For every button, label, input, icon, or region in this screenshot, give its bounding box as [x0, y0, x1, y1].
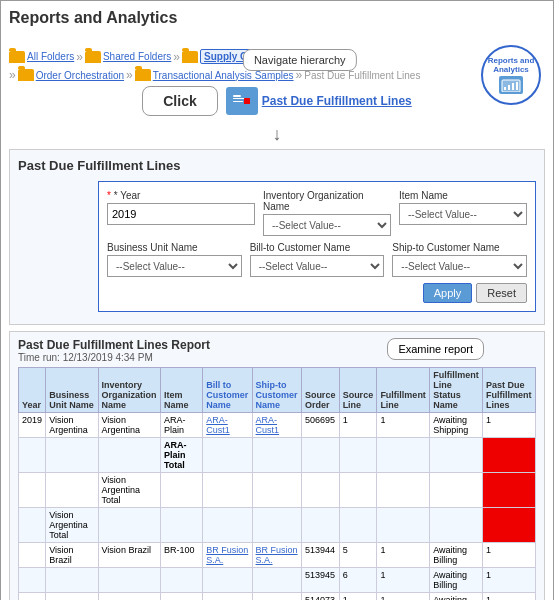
table-cell: ARA-Plain Total [160, 438, 202, 473]
table-cell [203, 568, 252, 593]
svg-rect-10 [244, 98, 250, 104]
table-cell: Vision Argentina [98, 413, 160, 438]
bc-order-orch-label[interactable]: Order Orchestration [36, 70, 124, 81]
table-cell [430, 473, 483, 508]
table-cell: Vision Argentina [46, 413, 98, 438]
table-cell [46, 438, 98, 473]
table-cell: Vision Argentina Total [46, 508, 98, 543]
svg-rect-9 [233, 101, 243, 102]
report-table: Year Business Unit Name Inventory Organi… [18, 367, 536, 600]
table-cell: 513944 [301, 543, 339, 568]
filter-inv-org: Inventory Organization Name --Select Val… [263, 190, 391, 236]
table-cell: 514073 [301, 593, 339, 601]
folder-icon [182, 51, 198, 63]
table-cell [46, 473, 98, 508]
table-cell: 1 [339, 593, 377, 601]
past-due-link[interactable]: Past Due Fulfillment Lines [262, 94, 412, 108]
table-cell [339, 508, 377, 543]
table-cell: 6 [339, 568, 377, 593]
table-cell: Awaiting Billing [430, 543, 483, 568]
table-row: Vision Argentina Total [19, 508, 536, 543]
item-name-select[interactable]: --Select Value-- [399, 203, 527, 225]
click-row: Click Past Due Fulfillment Lines [9, 86, 545, 116]
main-box: Past Due Fulfillment Lines Set filters *… [9, 149, 545, 325]
apply-button[interactable]: Apply [423, 283, 473, 303]
table-cell [203, 508, 252, 543]
click-bubble[interactable]: Click [142, 86, 217, 116]
bill-select[interactable]: --Select Value-- [250, 255, 385, 277]
arrow-indicator: ↓ [9, 124, 545, 145]
col-inv: Inventory Organization Name [98, 368, 160, 413]
examine-bubble: Examine report [387, 338, 484, 360]
table-cell [160, 593, 202, 601]
table-cell: ARA-Cust1 [203, 413, 252, 438]
table-cell: Awaiting Billing [430, 568, 483, 593]
table-cell: Awaiting Shipping [430, 413, 483, 438]
table-cell [19, 593, 46, 601]
table-cell [377, 438, 430, 473]
table-cell [19, 438, 46, 473]
table-row: 2019Vision ArgentinaVision ArgentinaARA-… [19, 413, 536, 438]
table-cell: 1 [483, 543, 536, 568]
table-cell [301, 438, 339, 473]
svg-rect-8 [233, 98, 245, 99]
table-cell [98, 508, 160, 543]
inv-org-select[interactable]: --Select Value-- [263, 214, 391, 236]
table-row: 51407311Awaiting Billing1 [19, 593, 536, 601]
folder-icon [18, 69, 34, 81]
table-cell [252, 508, 301, 543]
table-cell [98, 438, 160, 473]
bc-past-due-label: Past Due Fulfillment Lines [304, 70, 420, 81]
reports-icon [499, 76, 523, 94]
table-cell [160, 508, 202, 543]
report-file-icon [226, 87, 258, 115]
bc-all-folders-label[interactable]: All Folders [27, 51, 74, 62]
bill-label: Bill-to Customer Name [250, 242, 385, 253]
bc-shared-folders-label[interactable]: Shared Folders [103, 51, 171, 62]
bc-order-orch[interactable]: Order Orchestration [18, 69, 124, 81]
table-cell [252, 568, 301, 593]
table-row: ARA-Plain Total [19, 438, 536, 473]
filter-row-2: Business Unit Name --Select Value-- Bill… [107, 242, 527, 277]
ship-select[interactable]: --Select Value-- [392, 255, 527, 277]
bu-label: Business Unit Name [107, 242, 242, 253]
filter-year: * * Year [107, 190, 255, 236]
bu-select[interactable]: --Select Value-- [107, 255, 242, 277]
table-cell [203, 593, 252, 601]
bc-all-folders[interactable]: All Folders [9, 51, 74, 63]
report-icon-box: Past Due Fulfillment Lines [226, 87, 412, 115]
table-cell: 1 [483, 568, 536, 593]
table-cell [252, 593, 301, 601]
table-cell: BR Fusion S.A. [203, 543, 252, 568]
table-cell: ARA-Plain [160, 413, 202, 438]
svg-rect-7 [233, 95, 241, 97]
col-fl: Fulfillment Line [377, 368, 430, 413]
bc-past-due: Past Due Fulfillment Lines [304, 70, 420, 81]
ship-label: Ship-to Customer Name [392, 242, 527, 253]
table-cell: 1 [377, 568, 430, 593]
filter-row-1: * * Year Inventory Organization Name --S… [107, 190, 527, 236]
filter-bu: Business Unit Name --Select Value-- [107, 242, 242, 277]
table-cell [46, 568, 98, 593]
col-pdf: Past Due Fulfillment Lines [483, 368, 536, 413]
table-cell [430, 508, 483, 543]
table-cell: 2019 [19, 413, 46, 438]
reset-button[interactable]: Reset [476, 283, 527, 303]
bc-arrow-2: » [173, 50, 180, 64]
bc-transactional-label[interactable]: Transactional Analysis Samples [153, 70, 294, 81]
filter-btn-row: Apply Reset [107, 283, 527, 303]
col-so: Source Order [301, 368, 339, 413]
reports-analytics-circle: Reports and Analytics [481, 45, 541, 105]
table-cell [19, 568, 46, 593]
report-section: Past Due Fulfillment Lines Report Time r… [9, 331, 545, 600]
bc-shared-folders[interactable]: Shared Folders [85, 51, 171, 63]
year-input[interactable] [107, 203, 255, 225]
table-cell [203, 438, 252, 473]
table-cell [203, 473, 252, 508]
table-cell: ARA-Cust1 [252, 413, 301, 438]
year-label: * * Year [107, 190, 255, 201]
table-cell: BR Fusion S.A. [252, 543, 301, 568]
table-cell [339, 473, 377, 508]
filters-area: * * Year Inventory Organization Name --S… [98, 181, 536, 312]
col-item: Item Name [160, 368, 202, 413]
